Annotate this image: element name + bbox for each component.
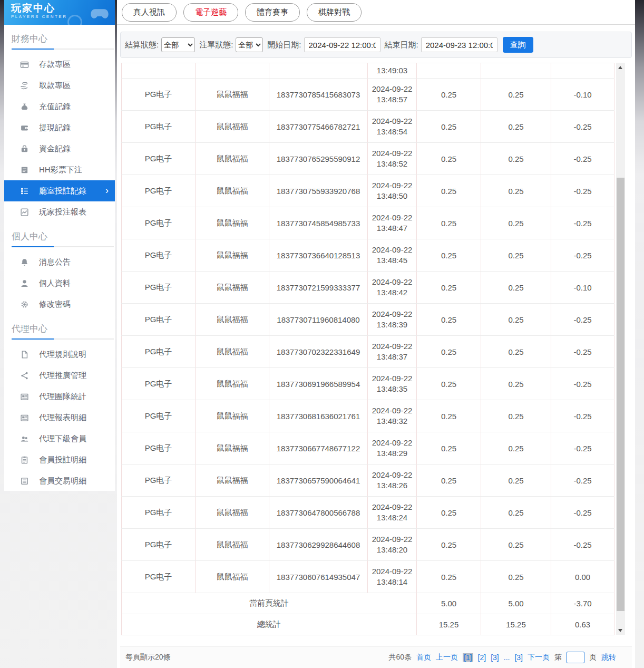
cell-time: 2024-09-2213:48:52 [368, 143, 417, 175]
sidebar-item-agent-rules[interactable]: 代理規則說明 [4, 344, 115, 365]
cell-profit: -0.25 [551, 529, 614, 561]
sidebar-item-recharge-records[interactable]: 充值記錄 [4, 96, 115, 117]
sidebar-item-agent-promotion[interactable]: 代理推廣管理 [4, 365, 115, 386]
sidebar-item-withdrawal-records[interactable]: 提現記錄 [4, 117, 115, 138]
table-row: PG电子鼠鼠福福18377307458549857332024-09-2213:… [122, 207, 614, 239]
share-icon [20, 371, 29, 380]
cell-game: 鼠鼠福福 [196, 400, 269, 432]
cell-time: 2024-09-2213:48:32 [368, 400, 417, 432]
cell-provider: PG电子 [122, 368, 196, 400]
sidebar-item-deposit-zone[interactable]: 存款專區 [4, 54, 115, 75]
settle-status-label: 結算狀態: [125, 40, 159, 50]
search-button[interactable]: 查詢 [503, 37, 533, 53]
cell-order-no: 1837730785415683073 [269, 79, 368, 111]
sidebar-item-agent-sub-members[interactable]: 代理下級會員 [4, 428, 115, 449]
sidebar-item-player-bet-report[interactable]: 玩家投注報表 [4, 201, 115, 222]
sidebar-item-withdraw-zone[interactable]: 取款專區 [4, 75, 115, 96]
cell-valid-bet: 0.25 [481, 79, 551, 111]
cell-time: 2024-09-2213:48:39 [368, 304, 417, 336]
sidebar-item-room-bet-records[interactable]: 廳室投註記錄› [4, 180, 115, 201]
sidebar-item-funds-records[interactable]: 資金記錄 [4, 138, 115, 159]
tab-electronic-games[interactable]: 電子遊藝 [183, 3, 238, 22]
sidebar-item-label: 代理報表明細 [39, 413, 86, 423]
scrollbar-thumb[interactable] [617, 178, 625, 611]
pager: 共60条 首页 上一页 [1][2][3]...[3] 下一页 第 页 跳转 [388, 652, 616, 663]
sidebar-item-agent-report-detail[interactable]: 代理報表明細 [4, 407, 115, 428]
page-link[interactable]: [3] [491, 653, 499, 662]
cell-profit: -0.25 [551, 336, 614, 368]
main-content: 真人視訊電子遊藝體育賽事棋牌對戰 結算狀態: 全部 注單狀態: 全部 開始日期:… [117, 0, 635, 668]
table-row: PG电子鼠鼠福福18377307754667827212024-09-2213:… [122, 111, 614, 143]
cell-provider: PG电子 [122, 561, 196, 593]
cell-profit: -0.25 [551, 497, 614, 529]
sidebar-item-profile[interactable]: 個人資料 [4, 273, 115, 294]
cell-valid-bet: 0.25 [481, 529, 551, 561]
sidebar-item-label: 資金記錄 [39, 144, 71, 154]
prev-page-link[interactable]: 上一页 [436, 653, 458, 662]
cell-game: 鼠鼠福福 [196, 111, 269, 143]
cell-valid-bet: 0.25 [481, 239, 551, 272]
table-scrollbar[interactable] [616, 63, 625, 635]
sidebar-item-announcements[interactable]: 消息公告 [4, 251, 115, 273]
sidebar-item-label: 存款專區 [39, 60, 71, 70]
next-page-link[interactable]: 下一页 [528, 653, 550, 662]
page-link[interactable]: [1] [463, 653, 473, 662]
cell-bet-amount: 0.25 [417, 497, 481, 529]
order-status-label: 注單狀態: [199, 40, 233, 50]
cell-provider: PG电子 [122, 529, 196, 561]
cell-time: 2024-09-2213:48:45 [368, 239, 417, 272]
scroll-down-arrow-icon[interactable] [616, 626, 625, 635]
cell-time: 2024-09-2213:48:50 [368, 175, 417, 207]
news-icon [20, 392, 29, 401]
cell-order-no: 1837730667748677122 [269, 432, 368, 464]
users-icon [20, 434, 29, 443]
cell-profit: 0.00 [551, 561, 614, 593]
cell-provider: PG电子 [122, 272, 196, 304]
first-page-link[interactable]: 首页 [416, 653, 431, 662]
sidebar-item-member-bet-detail[interactable]: 會員投註明細 [4, 449, 115, 470]
scroll-up-arrow-icon[interactable] [616, 63, 625, 72]
jump-page-input[interactable] [567, 652, 584, 663]
table-row: PG电子鼠鼠福福18377306575900646412024-09-2213:… [122, 464, 614, 497]
cell-game: 鼠鼠福福 [196, 175, 269, 207]
cell-order-no: 1837730755933920768 [269, 175, 368, 207]
cell-game: 鼠鼠福福 [196, 239, 269, 272]
cell-game: 鼠鼠福福 [196, 304, 269, 336]
sidebar-item-member-transaction-detail[interactable]: 會員交易明細 [4, 470, 115, 491]
cell-game: 鼠鼠福福 [196, 561, 269, 593]
settle-status-select[interactable]: 全部 [161, 37, 195, 52]
cell-profit: -0.25 [551, 304, 614, 336]
table-row: PG电子鼠鼠福福18377306677486771222024-09-2213:… [122, 432, 614, 464]
cell-time: 2024-09-2213:48:29 [368, 432, 417, 464]
cell-order-no: 1837730629928644608 [269, 529, 368, 561]
cell-bet-amount: 0.25 [417, 432, 481, 464]
sidebar-item-change-password[interactable]: 修改密碼 [4, 294, 115, 315]
end-date-input[interactable] [421, 37, 497, 52]
cell-valid-bet: 0.25 [481, 464, 551, 497]
cell-bet-amount: 0.25 [417, 464, 481, 497]
jump-button[interactable]: 跳转 [601, 653, 616, 662]
cell-game: 鼠鼠福福 [196, 464, 269, 497]
start-date-input[interactable] [304, 37, 380, 52]
total-summary-bet: 15.25 [417, 614, 481, 635]
user-icon [20, 279, 29, 288]
page-link[interactable]: [2] [478, 653, 486, 662]
cell-provider: PG电子 [122, 497, 196, 529]
page-link[interactable]: [3] [514, 653, 523, 662]
cell-order-no: 1837730607614935047 [269, 561, 368, 593]
sidebar-section-title: 個人中心 [4, 222, 115, 246]
section-underline [12, 49, 114, 50]
sidebar-item-hh-lottery-bets[interactable]: HH彩票下注 [4, 159, 115, 180]
tab-live-video[interactable]: 真人視訊 [122, 3, 177, 22]
cell-bet-amount: 0.25 [417, 175, 481, 207]
wallet-icon [20, 123, 29, 132]
cell-profit: -0.25 [551, 464, 614, 497]
end-date-label: 結束日期: [385, 40, 418, 50]
sidebar-item-label: 廳室投註記錄 [39, 186, 86, 196]
sidebar-item-agent-team-stats[interactable]: 代理團隊統計 [4, 386, 115, 407]
cell-bet-amount: 0.25 [417, 111, 481, 143]
tab-board-games[interactable]: 棋牌對戰 [307, 3, 362, 22]
tab-sports[interactable]: 體育賽事 [245, 3, 300, 22]
order-status-select[interactable]: 全部 [236, 37, 263, 52]
table-row: PG电子鼠鼠福福18377307366401285132024-09-2213:… [122, 239, 614, 272]
